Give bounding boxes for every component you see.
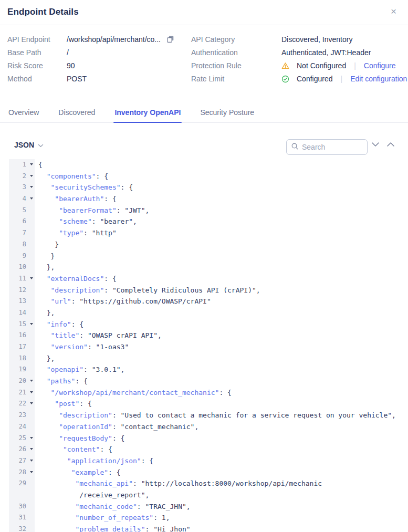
code-text: "/workshop/api/merchant/contact_mechanic…: [35, 387, 232, 399]
detail-label: Protection Rule: [191, 61, 281, 70]
line-number: 4: [9, 193, 35, 205]
line-number: 1: [9, 159, 35, 171]
code-text: /receive_report",: [35, 489, 149, 501]
line-number: 26: [9, 444, 35, 455]
status-text: Not Configured: [297, 61, 346, 70]
code-line: 12 "description": "Completely Ridiculous…: [9, 285, 408, 296]
code-line: 27 "application/json": {: [9, 455, 408, 467]
line-number: 6: [9, 216, 35, 227]
detail-label: Rate Limit: [191, 75, 281, 83]
fold-arrow-icon[interactable]: [30, 323, 33, 325]
code-line: 13 "url": "https://github.com/OWASP/crAP…: [9, 296, 408, 307]
line-number: 2: [9, 171, 35, 182]
code-line: 23 "description": "Used to contact a mec…: [9, 410, 408, 421]
tab-security-posture[interactable]: Security Posture: [199, 104, 255, 122]
detail-value-text: Discovered, Inventory: [281, 35, 352, 44]
search-icon: [291, 142, 299, 152]
line-number: 12: [9, 285, 35, 296]
code-line: 21 "/workshop/api/merchant/contact_mecha…: [9, 387, 408, 399]
line-number: 25: [9, 433, 35, 444]
detail-row: API CategoryDiscovered, Inventory: [191, 33, 401, 46]
detail-row: API Endpoint/workshop/api/merchant/co...: [7, 33, 186, 46]
code-line: 24 "operationId": "contact_mechanic",: [9, 421, 408, 433]
copy-icon[interactable]: [166, 35, 174, 43]
line-number: 20: [9, 375, 35, 387]
line-number: 31: [9, 512, 35, 524]
line-number: 8: [9, 239, 35, 251]
code-text: "problem_details": "Hi Jhon": [35, 524, 191, 532]
search-next-chevron-down-icon[interactable]: [371, 142, 380, 147]
code-text: "externalDocs": {: [35, 273, 117, 285]
detail-value-text: Authenticated, JWT:Header: [281, 48, 371, 57]
detail-action-link[interactable]: Configure: [364, 61, 396, 70]
detail-value: /workshop/api/merchant/co...: [67, 35, 174, 44]
detail-row: Rate LimitConfigured|Edit configuration: [191, 72, 401, 85]
detail-label: Authentication: [191, 48, 281, 57]
detail-label: Base Path: [7, 48, 67, 57]
code-line: 16 "title": "OWASP crAPI API",: [9, 330, 408, 341]
fold-arrow-icon[interactable]: [30, 437, 33, 439]
line-number: 19: [9, 364, 35, 375]
line-number: 17: [9, 341, 35, 353]
detail-action-link[interactable]: Edit configuration: [350, 75, 407, 83]
fold-arrow-icon[interactable]: [30, 163, 33, 165]
line-number: 7: [9, 227, 35, 239]
code-line: 29 "mechanic_api": "http://localhost:800…: [9, 478, 408, 489]
code-text: },: [35, 307, 55, 319]
chevron-down-icon: [38, 140, 44, 150]
code-line: 25 "requestBody": {: [9, 433, 408, 444]
code-toolbar: JSON: [0, 135, 408, 157]
detail-row: Risk Score90: [7, 59, 186, 72]
line-number: 30: [9, 501, 35, 513]
line-number: 11: [9, 273, 35, 285]
tab-discovered[interactable]: Discovered: [57, 104, 96, 122]
search-input[interactable]: [302, 143, 360, 151]
fold-arrow-icon[interactable]: [30, 277, 33, 279]
fold-arrow-icon[interactable]: [30, 175, 33, 177]
format-dropdown[interactable]: JSON: [14, 140, 44, 150]
code-line: 31 "number_of_repeats": 1,: [9, 512, 408, 524]
code-line: 5 "bearerFormat": "JWT",: [9, 205, 408, 216]
detail-value: 90: [67, 61, 75, 70]
detail-value: Not Configured|Configure: [281, 61, 396, 70]
line-number: 3: [9, 182, 35, 193]
fold-arrow-icon[interactable]: [30, 380, 33, 382]
tab-bar: OverviewDiscoveredInventory OpenAPISecur…: [0, 104, 408, 123]
line-number: 22: [9, 398, 35, 410]
code-line: 20 "paths": {: [9, 375, 408, 387]
tab-overview[interactable]: Overview: [7, 104, 40, 122]
search-box[interactable]: [286, 139, 368, 155]
code-line: 18 },: [9, 353, 408, 364]
fold-arrow-icon[interactable]: [30, 402, 33, 404]
fold-arrow-icon[interactable]: [30, 197, 33, 200]
fold-arrow-icon[interactable]: [30, 391, 33, 393]
code-text: "bearerFormat": "JWT",: [35, 205, 149, 216]
line-number: 16: [9, 330, 35, 341]
code-text: }: [35, 239, 59, 251]
detail-label: API Category: [191, 35, 281, 44]
detail-row: Protection RuleNot Configured|Configure: [191, 59, 401, 72]
tab-inventory-openapi[interactable]: Inventory OpenAPI: [113, 104, 182, 122]
code-line: 11 "externalDocs": {: [9, 273, 408, 285]
line-number: 13: [9, 296, 35, 307]
close-icon[interactable]: ×: [391, 6, 396, 17]
code-line: 10 },: [9, 262, 408, 273]
fold-arrow-icon[interactable]: [30, 471, 33, 473]
fold-arrow-icon[interactable]: [30, 448, 33, 450]
code-text: "post": {: [35, 398, 92, 410]
line-number: [9, 489, 35, 501]
status-text: Configured: [297, 75, 333, 83]
search-prev-chevron-up-icon[interactable]: [386, 142, 395, 147]
code-line: 28 "example": {: [9, 467, 408, 478]
detail-row: AuthenticationAuthenticated, JWT:Header: [191, 46, 401, 59]
code-text: "application/json": {: [35, 455, 153, 467]
endpoint-details-panel: Endpoint Details × API Endpoint/workshop…: [0, 0, 408, 532]
warning-icon: [281, 62, 289, 70]
details-left-column: API Endpoint/workshop/api/merchant/co...…: [7, 33, 186, 85]
code-line: 30 "mechanic_code": "TRAC_JHN",: [9, 501, 408, 513]
code-line: 2 "components": {: [9, 171, 408, 182]
fold-arrow-icon[interactable]: [30, 186, 33, 188]
line-number: 15: [9, 319, 35, 330]
code-text: "securitySchemes": {: [35, 182, 133, 193]
fold-arrow-icon[interactable]: [30, 460, 33, 462]
